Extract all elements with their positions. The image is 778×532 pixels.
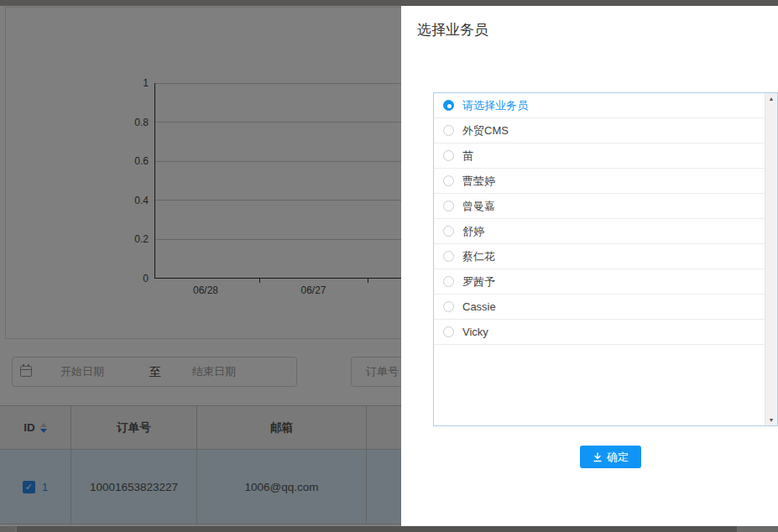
- salesperson-option[interactable]: 外贸CMS: [434, 118, 765, 143]
- salesperson-option[interactable]: 请选择业务员: [434, 93, 765, 118]
- option-label: 曹莹婷: [462, 174, 495, 189]
- download-icon: [593, 452, 603, 462]
- scroll-down-icon[interactable]: ▼: [765, 417, 777, 423]
- confirm-button[interactable]: 确定: [580, 446, 641, 468]
- option-label: Cassie: [462, 300, 496, 313]
- option-label: 蔡仁花: [462, 249, 495, 264]
- radio-icon[interactable]: [443, 201, 454, 211]
- radio-icon[interactable]: [443, 301, 454, 312]
- option-label: Vicky: [462, 326, 488, 338]
- option-label: 苗: [462, 149, 473, 164]
- dialog-title: 选择业务员: [417, 20, 488, 39]
- radio-icon[interactable]: [443, 100, 454, 111]
- radio-icon[interactable]: [443, 326, 454, 337]
- select-salesperson-dialog: 选择业务员 请选择业务员外贸CMS苗曹莹婷曾曼嘉舒婷蔡仁花罗茜予Cassie V…: [401, 6, 778, 526]
- option-label: 请选择业务员: [462, 98, 528, 113]
- radio-icon[interactable]: [443, 251, 454, 262]
- radio-icon[interactable]: [443, 276, 454, 287]
- salesperson-option[interactable]: Vicky: [434, 320, 765, 345]
- salesperson-options: 请选择业务员外贸CMS苗曹莹婷曾曼嘉舒婷蔡仁花罗茜予Cassie Vicky: [434, 93, 765, 345]
- radio-icon[interactable]: [443, 150, 454, 161]
- scroll-up-icon[interactable]: ▲: [765, 96, 777, 102]
- salesperson-option[interactable]: 罗茜予: [434, 269, 765, 295]
- option-label: 罗茜予: [462, 274, 495, 289]
- radio-icon[interactable]: [443, 175, 454, 186]
- salesperson-option[interactable]: 苗: [434, 143, 765, 169]
- option-label: 曾曼嘉: [462, 199, 495, 214]
- option-label: 舒婷: [462, 224, 484, 239]
- salesperson-option[interactable]: 舒婷: [434, 219, 765, 244]
- salesperson-listbox: 请选择业务员外贸CMS苗曹莹婷曾曼嘉舒婷蔡仁花罗茜予Cassie Vicky ▲…: [433, 92, 778, 426]
- salesperson-option[interactable]: 蔡仁花: [434, 244, 765, 269]
- salesperson-option[interactable]: 曹莹婷: [434, 169, 765, 194]
- radio-icon[interactable]: [443, 125, 454, 136]
- option-label: 外贸CMS: [462, 123, 509, 138]
- radio-icon[interactable]: [443, 226, 454, 237]
- salesperson-option[interactable]: 曾曼嘉: [434, 194, 765, 219]
- salesperson-option[interactable]: Cassie: [434, 295, 765, 320]
- confirm-button-label: 确定: [607, 450, 629, 465]
- list-scrollbar[interactable]: ▲ ▼: [765, 93, 777, 425]
